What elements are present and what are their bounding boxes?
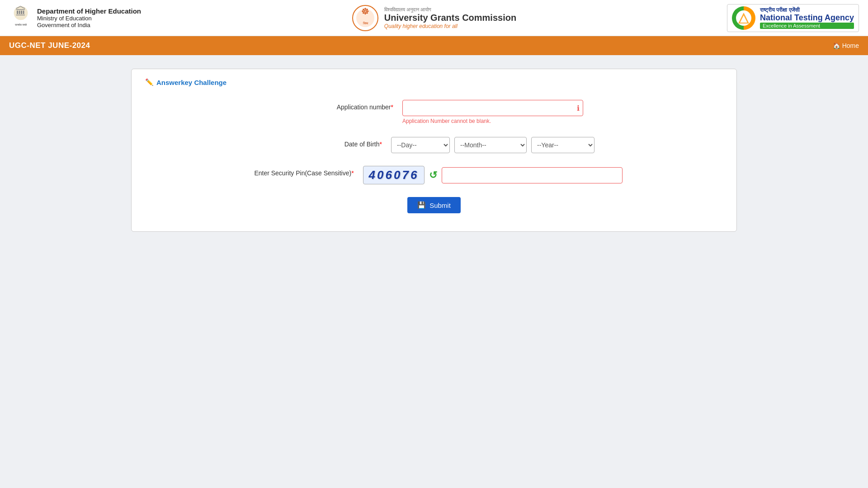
submit-label: Submit <box>429 202 451 209</box>
submit-area: 💾 Submit <box>145 197 723 213</box>
navbar: UGC-NET JUNE-2024 🏠 Home <box>0 36 868 55</box>
dob-selects: --Day-- --Month-- --Year-- <box>391 137 594 153</box>
svg-text:☸: ☸ <box>361 6 369 16</box>
section-title: ✏️ Answerkey Challenge <box>145 78 723 86</box>
ugc-title: University Grants Commission <box>384 13 516 23</box>
application-number-group: Application number* ℹ Application Number… <box>145 100 723 124</box>
application-number-label: Application number* <box>285 100 402 111</box>
home-label: Home <box>842 42 859 49</box>
application-number-input-wrapper: ℹ <box>402 100 583 116</box>
dob-group: Date of Birth* --Day-- --Month-- --Year-… <box>145 137 723 153</box>
application-number-error: Application Number cannot be blank. <box>402 118 583 124</box>
security-pin-label: Enter Security Pin(Case Sensitive)* <box>245 166 363 177</box>
submit-icon: 💾 <box>417 201 426 209</box>
security-pin-group: Enter Security Pin(Case Sensitive)* 4060… <box>145 166 723 184</box>
edit-icon: ✏️ <box>145 78 154 86</box>
section-title-text: Answerkey Challenge <box>156 79 226 86</box>
dob-label: Date of Birth* <box>274 137 391 148</box>
page-header: 🏛 सत्यमेव जयते Department of Higher Educ… <box>0 0 868 36</box>
application-number-field: ℹ Application Number cannot be blank. <box>402 100 583 124</box>
home-link[interactable]: 🏠 Home <box>833 42 859 49</box>
security-pin-field: 406076 ↺ <box>363 166 623 184</box>
nta-tagline: Excellence in Assessment <box>760 23 854 29</box>
ugc-subtitle: Quality higher education for all <box>384 23 516 29</box>
nta-logo-icon <box>732 6 755 30</box>
dob-field: --Day-- --Month-- --Year-- <box>391 137 594 153</box>
navbar-title: UGC-NET JUNE-2024 <box>9 41 90 50</box>
dob-year-select[interactable]: --Year-- <box>531 137 594 153</box>
nta-block: राष्ट्रीय परीक्षा एजेंसी National Testin… <box>727 4 859 32</box>
alert-icon: ℹ <box>577 104 580 113</box>
main-content: ✏️ Answerkey Challenge Application numbe… <box>0 55 868 245</box>
svg-text:सत्यमेव जयते: सत्यमेव जयते <box>14 23 28 26</box>
refresh-captcha-icon[interactable]: ↺ <box>429 169 437 181</box>
govt-name: Government of India <box>37 22 141 28</box>
ugc-hindi-text: विश्वविद्यालय अनुदान आयोग <box>384 7 516 13</box>
form-card: ✏️ Answerkey Challenge Application numbe… <box>131 69 737 232</box>
dob-month-select[interactable]: --Month-- <box>454 137 527 153</box>
header-left-block: 🏛 सत्यमेव जयते Department of Higher Educ… <box>9 5 141 32</box>
svg-text:विश्व: विश्व <box>362 21 368 25</box>
ugc-logo-icon: ☸ विश्व <box>352 5 379 32</box>
captcha-image: 406076 <box>363 166 425 184</box>
captcha-group: 406076 ↺ <box>363 166 623 184</box>
svg-text:🏛: 🏛 <box>15 5 26 18</box>
nta-hindi-text: राष्ट्रीय परीक्षा एजेंसी <box>760 7 854 13</box>
application-number-input[interactable] <box>402 100 583 116</box>
submit-button[interactable]: 💾 Submit <box>407 197 461 213</box>
home-icon: 🏠 <box>833 42 840 49</box>
captcha-input[interactable] <box>442 167 623 183</box>
ministry-name: Ministry of Education <box>37 15 141 22</box>
dept-info: Department of Higher Education Ministry … <box>37 7 141 28</box>
dept-name: Department of Higher Education <box>37 7 141 15</box>
ugc-block: ☸ विश्व विश्वविद्यालय अनुदान आयोग Univer… <box>352 5 516 32</box>
nta-name: National Testing Agency <box>760 13 854 23</box>
nta-text: राष्ट्रीय परीक्षा एजेंसी National Testin… <box>760 7 854 29</box>
india-emblem-icon: 🏛 सत्यमेव जयते <box>9 5 33 32</box>
dob-day-select[interactable]: --Day-- <box>391 137 450 153</box>
